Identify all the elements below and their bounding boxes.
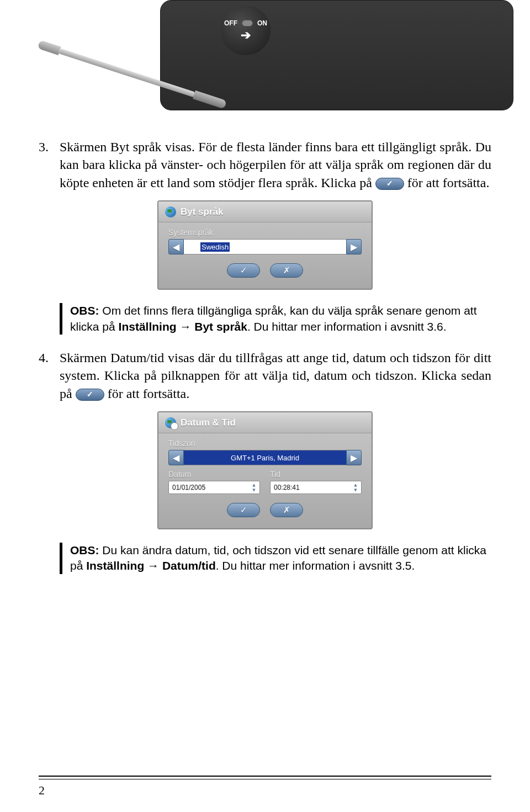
path-change-language: Byt språk (194, 320, 247, 333)
note-text: OBS: Du kan ändra datum, tid, och tidszo… (70, 543, 491, 574)
timezone-label: Tidszon (168, 439, 362, 448)
off-label: OFF (224, 19, 237, 27)
obs-label: OBS: (70, 544, 99, 556)
note-bar (60, 543, 62, 574)
path-date-time: Datum/tid (162, 559, 216, 572)
time-input[interactable]: 00:28:41 ▲▼ (270, 481, 362, 494)
path-setting: Inställning (119, 320, 177, 333)
note-2: OBS: Du kan ändra datum, tid, och tidszo… (60, 543, 491, 574)
globe-clock-icon (165, 417, 176, 428)
switch-toggle (242, 20, 253, 26)
system-language-label: Systemspråk (168, 228, 362, 237)
dialog-header: Byt språk (158, 201, 372, 222)
note-bar (60, 303, 62, 335)
next-timezone-button[interactable]: ▶ (346, 450, 362, 465)
spinner-icon: ▲▼ (353, 483, 358, 492)
check-button-icon (76, 389, 104, 401)
language-selector: ◀ Swedish ▶ (168, 239, 362, 254)
step-text: Skärmen Byt språk visas. För de flesta l… (60, 138, 491, 192)
time-value: 00:28:41 (274, 484, 300, 491)
page-number: 2 (39, 783, 491, 798)
step4-text-b: för att fortsätta. (108, 386, 190, 401)
ok-button[interactable]: ✓ (227, 263, 260, 278)
note-text: OBS: Om det finns flera tillgängliga spr… (70, 303, 491, 335)
timezone-value: GMT+1 Paris, Madrid (184, 450, 346, 465)
camera-body (160, 0, 513, 110)
time-label: Tid (270, 470, 362, 479)
spinner-icon: ▲▼ (252, 483, 256, 492)
step-number: 3. (39, 138, 60, 192)
note-1: OBS: Om det finns flera tillgängliga spr… (60, 303, 491, 335)
power-switch-dial: OFF ON ➔ (221, 6, 271, 55)
arrow-icon: → (177, 320, 195, 333)
step3-text-b: för att fortsätta. (407, 176, 490, 190)
language-value: Swedish (184, 239, 346, 254)
prev-language-button[interactable]: ◀ (168, 239, 184, 254)
cancel-button[interactable]: ✗ (270, 503, 303, 517)
ok-button[interactable]: ✓ (227, 503, 260, 517)
next-language-button[interactable]: ▶ (346, 239, 362, 254)
note1-text-b: . Du hittar mer information i avsnitt 3.… (247, 320, 447, 333)
step-4: 4. Skärmen Datum/tid visas där du tillfr… (39, 349, 491, 402)
dialog-title: Datum & Tid (181, 417, 236, 428)
on-label: ON (257, 19, 267, 27)
page-footer: 2 (39, 776, 491, 798)
obs-label: OBS: (70, 304, 99, 317)
dialog-title: Byt språk (181, 206, 223, 217)
arrow-icon: → (144, 559, 162, 572)
check-button-icon (375, 178, 404, 190)
step-number: 4. (39, 349, 60, 402)
device-illustration: OFF ON ➔ (39, 0, 491, 127)
change-language-dialog: Byt språk Systemspråk ◀ Swedish ▶ ✓ ✗ (157, 200, 373, 290)
step-3: 3. Skärmen Byt språk visas. För de flest… (39, 138, 491, 192)
note2-text-b: . Du hittar mer information i avsnitt 3.… (216, 559, 415, 572)
cancel-button[interactable]: ✗ (270, 263, 303, 278)
timezone-selector: ◀ GMT+1 Paris, Madrid ▶ (168, 450, 362, 465)
path-setting: Inställning (86, 559, 144, 572)
step-text: Skärmen Datum/tid visas där du tillfråga… (60, 349, 491, 402)
date-label: Datum (168, 470, 260, 479)
footer-rule-thick (39, 776, 491, 778)
dialog-header: Datum & Tid (158, 412, 372, 433)
date-value: 01/01/2005 (172, 484, 205, 491)
date-time-dialog: Datum & Tid Tidszon ◀ GMT+1 Paris, Madri… (157, 411, 373, 529)
globe-icon (165, 206, 176, 217)
arrow-right-icon: ➔ (241, 29, 251, 41)
prev-timezone-button[interactable]: ◀ (168, 450, 184, 465)
footer-rule-thin (39, 779, 491, 781)
date-input[interactable]: 01/01/2005 ▲▼ (168, 481, 260, 494)
